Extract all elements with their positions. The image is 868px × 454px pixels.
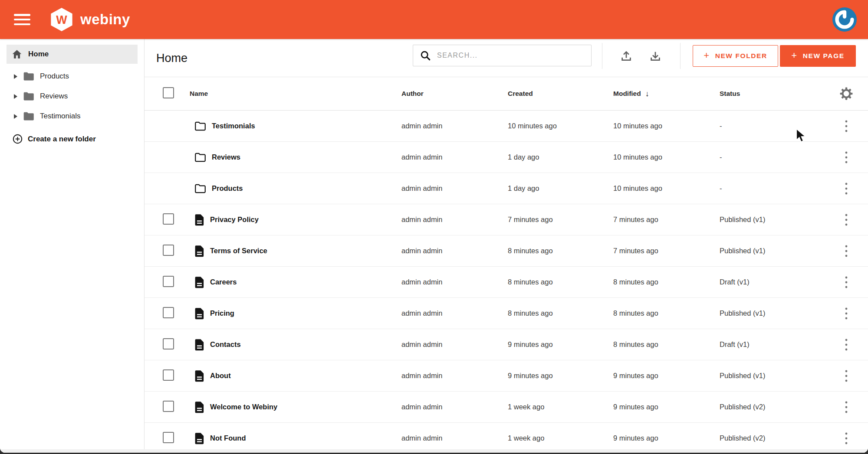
row-status: Published (v1): [720, 372, 825, 380]
row-checkbox[interactable]: [163, 401, 174, 412]
sidebar-folder-label: Testimonials: [40, 112, 81, 121]
table-row[interactable]: Testimonials admin admin 10 minutes ago …: [145, 111, 868, 142]
table-row[interactable]: Not Found admin admin 1 week ago 9 minut…: [145, 423, 868, 453]
row-modified: 10 minutes ago: [613, 184, 720, 193]
import-button[interactable]: [617, 46, 636, 65]
webiny-logo[interactable]: W webiny: [49, 7, 130, 33]
row-author: admin admin: [401, 372, 508, 380]
page-icon: [194, 432, 204, 444]
sidebar-folder-testimonials[interactable]: Testimonials: [0, 106, 144, 126]
row-created: 8 minutes ago: [508, 309, 613, 317]
page-icon: [194, 401, 204, 413]
row-author: admin admin: [401, 184, 508, 193]
main-content: Home: [145, 39, 868, 453]
sidebar-folder-label: Reviews: [40, 92, 68, 101]
create-folder-label: Create a new folder: [28, 135, 96, 144]
row-name[interactable]: About: [210, 372, 231, 380]
kebab-menu-icon[interactable]: [839, 242, 854, 261]
user-avatar[interactable]: [832, 7, 857, 32]
row-name[interactable]: Products: [212, 184, 243, 193]
new-folder-button[interactable]: + NEW FOLDER: [693, 45, 778, 67]
kebab-menu-icon[interactable]: [839, 335, 854, 354]
sidebar-folder-products[interactable]: Products: [0, 66, 144, 86]
sidebar-folder-reviews[interactable]: Reviews: [0, 86, 144, 106]
column-header-author[interactable]: Author: [401, 90, 508, 98]
row-status: Draft (v1): [720, 278, 825, 286]
row-author: admin admin: [401, 340, 508, 349]
row-status: Draft (v1): [720, 340, 825, 349]
row-checkbox[interactable]: [163, 245, 174, 256]
table-row[interactable]: Products admin admin 1 day ago 10 minute…: [145, 173, 868, 204]
column-header-created[interactable]: Created: [508, 90, 613, 98]
caret-right-icon[interactable]: [13, 114, 18, 119]
caret-right-icon[interactable]: [13, 74, 18, 79]
row-modified: 9 minutes ago: [613, 434, 720, 442]
row-checkbox[interactable]: [163, 307, 174, 318]
row-name[interactable]: Careers: [210, 278, 237, 286]
row-name[interactable]: Contacts: [210, 340, 241, 349]
content-header: Home: [145, 39, 868, 77]
row-modified: 8 minutes ago: [613, 278, 720, 286]
select-all-checkbox[interactable]: [163, 87, 174, 98]
create-new-folder-button[interactable]: Create a new folder: [0, 134, 144, 144]
table-row[interactable]: Reviews admin admin 1 day ago 10 minutes…: [145, 142, 868, 173]
top-bar: W webiny: [0, 0, 868, 39]
kebab-menu-icon[interactable]: [839, 304, 854, 323]
row-checkbox[interactable]: [163, 432, 174, 443]
row-author: admin admin: [401, 216, 508, 224]
row-author: admin admin: [401, 122, 508, 130]
kebab-menu-icon[interactable]: [839, 117, 854, 136]
menu-icon[interactable]: [14, 14, 30, 25]
table-row[interactable]: Welcome to Webiny admin admin 1 week ago…: [145, 392, 868, 423]
kebab-menu-icon[interactable]: [839, 366, 854, 385]
column-header-modified[interactable]: Modified ↓: [613, 89, 720, 98]
row-checkbox[interactable]: [163, 213, 174, 225]
modified-label: Modified: [613, 90, 641, 98]
row-status: Published (v1): [720, 247, 825, 255]
row-created: 10 minutes ago: [508, 122, 613, 130]
sort-desc-icon[interactable]: ↓: [645, 89, 649, 98]
table-row[interactable]: Privacy Policy admin admin 7 minutes ago…: [145, 204, 868, 235]
row-checkbox[interactable]: [163, 338, 174, 349]
page-title: Home: [156, 51, 187, 65]
row-modified: 9 minutes ago: [613, 372, 720, 380]
folder-icon: [23, 111, 35, 121]
sidebar-item-home[interactable]: Home: [7, 45, 138, 64]
column-header-name[interactable]: Name: [190, 90, 401, 98]
kebab-menu-icon[interactable]: [839, 148, 854, 167]
kebab-menu-icon[interactable]: [839, 273, 854, 292]
row-checkbox[interactable]: [163, 276, 174, 287]
download-icon: [649, 49, 662, 62]
column-header-status[interactable]: Status: [720, 90, 825, 98]
caret-right-icon[interactable]: [13, 94, 18, 99]
table-row[interactable]: Pricing admin admin 8 minutes ago 8 minu…: [145, 298, 868, 329]
row-name[interactable]: Privacy Policy: [210, 216, 259, 224]
kebab-menu-icon[interactable]: [839, 179, 854, 198]
search-icon: [420, 50, 431, 62]
export-button[interactable]: [646, 46, 665, 65]
row-checkbox[interactable]: [163, 369, 174, 381]
kebab-menu-icon[interactable]: [839, 429, 854, 448]
new-page-button[interactable]: + NEW PAGE: [780, 45, 856, 67]
kebab-menu-icon[interactable]: [839, 210, 854, 229]
table-row[interactable]: Careers admin admin 8 minutes ago 8 minu…: [145, 267, 868, 298]
row-name[interactable]: Not Found: [210, 434, 246, 442]
page-icon: [194, 339, 204, 351]
folder-tree: Products Reviews: [0, 66, 144, 126]
table-settings-gear-icon[interactable]: [839, 87, 853, 101]
upload-icon: [620, 49, 633, 62]
row-name[interactable]: Pricing: [210, 309, 234, 317]
sidebar: Home Products: [0, 39, 145, 453]
table-row[interactable]: Contacts admin admin 9 minutes ago 8 min…: [145, 329, 868, 360]
kebab-menu-icon[interactable]: [839, 398, 854, 417]
row-author: admin admin: [401, 434, 508, 442]
table-row[interactable]: Terms of Service admin admin 8 minutes a…: [145, 235, 868, 267]
row-name[interactable]: Welcome to Webiny: [210, 403, 277, 411]
page-icon: [194, 370, 204, 382]
folder-icon: [194, 183, 206, 194]
row-name[interactable]: Terms of Service: [210, 247, 267, 255]
search-input[interactable]: [437, 45, 591, 66]
row-name[interactable]: Reviews: [212, 153, 240, 161]
table-row[interactable]: About admin admin 9 minutes ago 9 minute…: [145, 360, 868, 392]
row-name[interactable]: Testimonials: [212, 122, 255, 130]
